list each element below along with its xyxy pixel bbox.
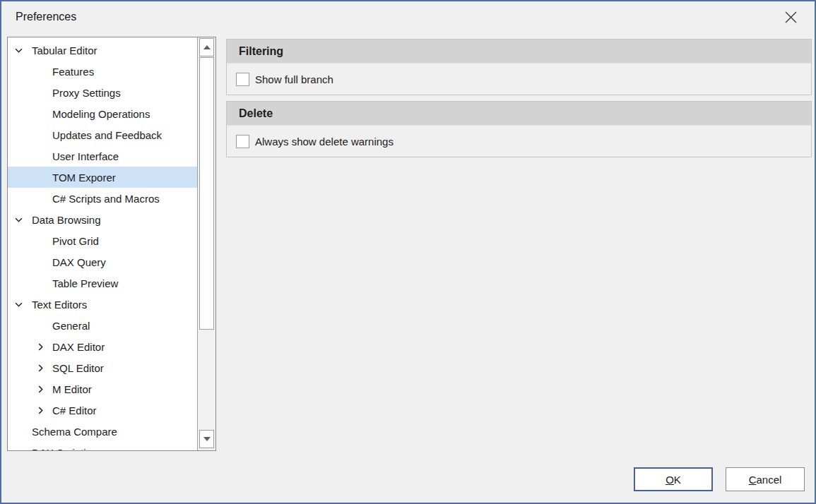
tree-item-general[interactable]: General <box>8 315 198 336</box>
tree-item-proxy-settings[interactable]: Proxy Settings <box>8 82 198 103</box>
tree-item-label: M Editor <box>52 383 92 395</box>
tree-item-label: Schema Compare <box>32 426 117 438</box>
cancel-button[interactable]: Cancel <box>726 467 805 491</box>
chevron-right-icon[interactable] <box>37 407 52 414</box>
tree-item-label: SQL Editor <box>52 362 104 374</box>
tree-scrollbar[interactable] <box>197 37 215 450</box>
delete-warnings-row: Always show delete warnings <box>227 125 811 157</box>
cancel-button-label: ancel <box>756 474 781 486</box>
delete-section-header: Delete <box>227 102 811 125</box>
scroll-up-arrow-icon <box>203 45 211 49</box>
tree-item-label: DAX Scripting <box>32 447 97 452</box>
ok-button-label: K <box>674 474 681 486</box>
settings-tree-panel: Tabular Editor Features Proxy Settings M… <box>7 37 216 451</box>
tree-item-label: Updates and Feedback <box>52 129 162 141</box>
cancel-button-accesskey: C <box>749 474 757 486</box>
tree-item-sql-editor[interactable]: SQL Editor <box>8 357 198 378</box>
title-bar: Preferences <box>1 1 815 35</box>
tree-item-label: DAX Query <box>52 256 106 268</box>
close-icon <box>785 11 797 26</box>
tree-item-modeling-operations[interactable]: Modeling Operations <box>8 103 198 124</box>
show-full-branch-row: Show full branch <box>227 63 811 95</box>
ok-button-accesskey: O <box>666 474 674 486</box>
chevron-down-icon[interactable] <box>15 301 32 308</box>
tree-item-data-browsing[interactable]: Data Browsing <box>8 209 198 230</box>
tree-item-label: Proxy Settings <box>52 87 121 99</box>
chevron-right-icon[interactable] <box>37 343 52 351</box>
tree-item-dax-editor[interactable]: DAX Editor <box>8 336 198 357</box>
tree-item-tabular-editor[interactable]: Tabular Editor <box>8 40 198 61</box>
delete-section: Delete Always show delete warnings <box>226 101 812 157</box>
dialog-title: Preferences <box>16 11 76 23</box>
tree-item-csharp-scripts-and-macros[interactable]: C# Scripts and Macros <box>8 188 198 209</box>
tree-item-label: Data Browsing <box>32 214 101 226</box>
settings-tree: Tabular Editor Features Proxy Settings M… <box>8 40 198 451</box>
tree-item-label: Pivot Grid <box>52 235 99 247</box>
delete-warnings-label: Always show delete warnings <box>255 136 394 148</box>
filtering-section-header: Filtering <box>227 40 811 63</box>
tree-item-csharp-editor[interactable]: C# Editor <box>8 400 198 421</box>
chevron-right-icon[interactable] <box>37 385 52 393</box>
tree-item-pivot-grid[interactable]: Pivot Grid <box>8 230 198 251</box>
tree-item-label: DAX Editor <box>52 341 105 353</box>
tree-item-schema-compare[interactable]: Schema Compare <box>8 421 198 442</box>
show-full-branch-checkbox[interactable] <box>236 73 249 86</box>
chevron-right-icon[interactable] <box>37 364 52 372</box>
scroll-up-button[interactable] <box>199 38 214 56</box>
tree-item-label: C# Editor <box>52 404 97 416</box>
tree-item-label: Table Preview <box>52 277 118 289</box>
tree-item-label: TOM Exporer <box>52 172 116 184</box>
show-full-branch-label: Show full branch <box>255 73 333 85</box>
scroll-down-arrow-icon <box>203 437 211 441</box>
tree-item-label: Modeling Operations <box>52 108 150 120</box>
scrollbar-thumb[interactable] <box>199 57 214 330</box>
tree-item-dax-query[interactable]: DAX Query <box>8 251 198 272</box>
tree-item-label: Tabular Editor <box>32 44 97 56</box>
tree-item-label: General <box>52 320 90 332</box>
delete-warnings-checkbox[interactable] <box>236 135 249 148</box>
tree-item-label: C# Scripts and Macros <box>52 193 160 205</box>
tree-item-user-interface[interactable]: User Interface <box>8 145 198 167</box>
tree-item-updates-and-feedback[interactable]: Updates and Feedback <box>8 124 198 145</box>
tree-item-features[interactable]: Features <box>8 61 198 82</box>
filtering-section: Filtering Show full branch <box>226 39 812 95</box>
chevron-down-icon[interactable] <box>15 47 32 54</box>
tree-item-dax-scripting[interactable]: DAX Scripting <box>8 442 198 451</box>
tree-item-text-editors[interactable]: Text Editors <box>8 294 198 315</box>
scroll-down-button[interactable] <box>199 430 214 448</box>
tree-item-tom-exporer[interactable]: TOM Exporer <box>8 167 198 188</box>
tree-item-m-editor[interactable]: M Editor <box>8 378 198 400</box>
tree-item-label: Text Editors <box>32 299 87 311</box>
close-button[interactable] <box>781 8 800 28</box>
tree-item-label: User Interface <box>52 150 119 162</box>
chevron-down-icon[interactable] <box>15 216 32 224</box>
tree-item-label: Features <box>52 66 94 78</box>
ok-button[interactable]: OK <box>634 467 713 491</box>
tree-item-table-preview[interactable]: Table Preview <box>8 272 198 294</box>
preferences-dialog: Preferences Tabular Editor Features <box>0 0 816 504</box>
